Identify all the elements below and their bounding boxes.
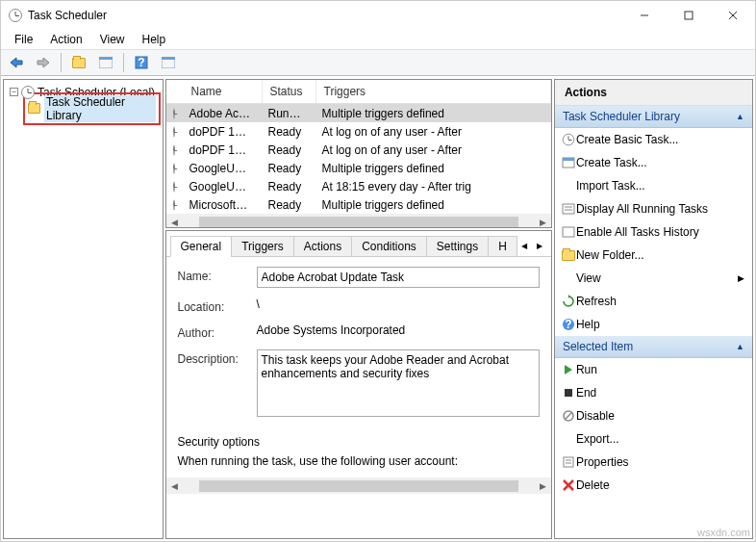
- task-status: Ready: [261, 142, 315, 158]
- action-properties[interactable]: Properties: [555, 451, 752, 474]
- history-icon: [561, 224, 576, 240]
- col-triggers[interactable]: Triggers: [316, 80, 551, 103]
- action-import-task[interactable]: Import Task...: [555, 174, 752, 197]
- task-status: Ready: [261, 161, 315, 176]
- collapse-icon[interactable]: −: [10, 88, 18, 96]
- up-button[interactable]: [67, 52, 90, 73]
- scroll-right-icon[interactable]: ▶: [535, 477, 551, 494]
- action-display-running[interactable]: Display All Running Tasks: [555, 197, 752, 220]
- svg-rect-18: [565, 389, 572, 397]
- panel-button-2[interactable]: [157, 52, 180, 73]
- svg-text:?: ?: [565, 318, 571, 331]
- refresh-icon: [561, 294, 576, 309]
- menubar: File Action View Help: [1, 30, 755, 49]
- action-delete[interactable]: Delete: [555, 474, 752, 497]
- action-run[interactable]: Run: [555, 358, 752, 381]
- task-list-pane: Name Status Triggers Adobe Acro…RunningM…: [165, 79, 552, 228]
- actions-section-library-label: Task Scheduler Library: [563, 110, 680, 123]
- detail-hscrollbar[interactable]: ◀ ▶: [166, 477, 551, 494]
- stop-icon: [561, 385, 576, 400]
- task-row[interactable]: GoogleUpda…ReadyMultiple triggers define…: [166, 159, 551, 177]
- task-row[interactable]: Adobe Acro…RunningMultiple triggers defi…: [166, 104, 551, 122]
- tab-scroll-left[interactable]: ◀: [517, 235, 532, 256]
- task-icon: [166, 106, 182, 121]
- help-button[interactable]: ?: [130, 52, 153, 73]
- scroll-left-icon[interactable]: ◀: [166, 214, 183, 228]
- action-end[interactable]: End: [555, 381, 752, 404]
- wizard-icon: [561, 132, 576, 147]
- folder-icon: [28, 103, 40, 114]
- task-triggers: At log on of any user - After: [315, 142, 551, 158]
- task-icon: [166, 142, 182, 158]
- minimize-button[interactable]: [622, 1, 667, 30]
- play-icon: [561, 362, 576, 377]
- scroll-right-icon[interactable]: ▶: [535, 214, 551, 228]
- task-name: GoogleUpda…: [182, 179, 261, 194]
- svg-rect-15: [563, 227, 574, 237]
- action-new-folder[interactable]: New Folder...: [555, 244, 752, 267]
- task-icon: [561, 155, 576, 170]
- location-value: \: [257, 297, 540, 311]
- tab-settings[interactable]: Settings: [426, 236, 489, 257]
- scroll-thumb[interactable]: [199, 480, 518, 492]
- actions-body: Task Scheduler Library ▲ Create Basic Ta…: [555, 106, 752, 538]
- menu-file[interactable]: File: [7, 31, 40, 48]
- task-row[interactable]: MicrosoftEd…ReadyMultiple triggers defin…: [166, 195, 551, 214]
- task-row[interactable]: doPDF 11 U…ReadyAt log on of any user - …: [166, 141, 551, 159]
- collapse-icon: ▲: [736, 342, 744, 351]
- description-field[interactable]: This task keeps your Adobe Reader and Ac…: [257, 349, 540, 417]
- folder-icon: [561, 247, 576, 263]
- scheduler-icon: [21, 86, 35, 99]
- action-enable-history[interactable]: Enable All Tasks History: [555, 220, 752, 244]
- chevron-right-icon: ▶: [738, 273, 744, 283]
- menu-action[interactable]: Action: [42, 31, 89, 48]
- actions-section-selected[interactable]: Selected Item ▲: [555, 336, 752, 358]
- actions-header: Actions: [555, 80, 752, 106]
- hscrollbar[interactable]: ◀ ▶: [166, 214, 551, 228]
- task-icon: [166, 179, 182, 194]
- task-name: MicrosoftEd…: [182, 197, 261, 213]
- scroll-thumb[interactable]: [199, 217, 518, 228]
- tab-scroll-right[interactable]: ▶: [532, 235, 547, 256]
- action-disable[interactable]: Disable: [555, 404, 752, 427]
- action-create-task[interactable]: Create Task...: [555, 151, 752, 174]
- panel-button-1[interactable]: [94, 52, 117, 73]
- task-triggers: Multiple triggers defined: [315, 161, 551, 176]
- actions-pane: Actions Task Scheduler Library ▲ Create …: [554, 79, 753, 539]
- svg-rect-5: [99, 57, 113, 60]
- author-label: Author:: [178, 323, 257, 340]
- task-rows: Adobe Acro…RunningMultiple triggers defi…: [166, 104, 551, 214]
- location-label: Location:: [178, 297, 257, 314]
- action-export[interactable]: Export...: [555, 427, 752, 451]
- col-name[interactable]: Name: [166, 80, 263, 103]
- tab-conditions[interactable]: Conditions: [351, 236, 427, 257]
- back-button[interactable]: [5, 52, 28, 73]
- task-name: Adobe Acro…: [182, 106, 261, 121]
- task-row[interactable]: GoogleUpda…ReadyAt 18:15 every day - Aft…: [166, 177, 551, 195]
- forward-button[interactable]: [32, 52, 55, 73]
- task-triggers: Multiple triggers defined: [315, 106, 551, 121]
- task-name: GoogleUpda…: [182, 161, 261, 176]
- col-status[interactable]: Status: [263, 80, 316, 103]
- actions-section-library[interactable]: Task Scheduler Library ▲: [555, 106, 752, 128]
- close-button[interactable]: [711, 1, 755, 30]
- tab-history[interactable]: H: [488, 236, 517, 257]
- menu-view[interactable]: View: [92, 31, 133, 48]
- action-help[interactable]: ?Help: [555, 313, 752, 336]
- tab-general[interactable]: General: [170, 236, 233, 257]
- svg-rect-1: [685, 12, 693, 19]
- tab-triggers[interactable]: Triggers: [231, 236, 294, 257]
- scroll-left-icon[interactable]: ◀: [166, 477, 183, 494]
- task-row[interactable]: doPDF 11 Tel…ReadyAt log on of any user …: [166, 122, 551, 141]
- tab-actions[interactable]: Actions: [293, 236, 352, 257]
- name-field[interactable]: [257, 267, 540, 288]
- action-create-basic-task[interactable]: Create Basic Task...: [555, 128, 752, 151]
- task-status: Ready: [261, 124, 315, 140]
- tree-library-row[interactable]: Task Scheduler Library: [19, 100, 161, 116]
- action-refresh[interactable]: Refresh: [555, 290, 752, 313]
- task-status: Ready: [261, 197, 315, 213]
- maximize-button[interactable]: [667, 1, 711, 30]
- action-view[interactable]: View▶: [555, 267, 752, 290]
- collapse-icon: ▲: [736, 112, 744, 121]
- menu-help[interactable]: Help: [135, 31, 174, 48]
